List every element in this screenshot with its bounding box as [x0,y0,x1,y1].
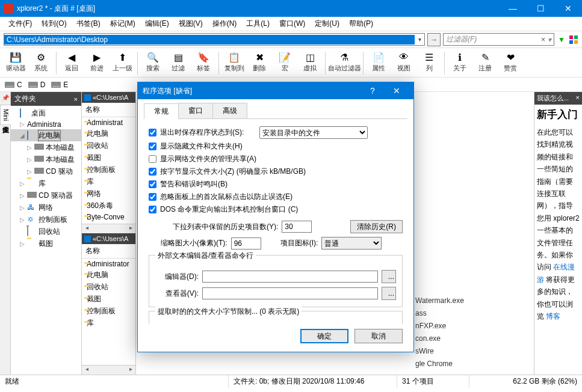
menu-item[interactable]: 视图(V) [174,17,208,30]
file-item[interactable]: con.exe [415,332,464,345]
pane1-tab[interactable]: «C:\Users\A [82,92,135,103]
tree-item[interactable]: ▷本地磁盘 [11,153,81,165]
help-link-blog[interactable]: 博客 [546,312,560,320]
file-list-2[interactable]: Administrator此电脑回收站截图控制面板库 [82,259,135,365]
dialog-tab[interactable]: 高级 [212,103,247,118]
toolbar-button[interactable]: ✖删除 [247,51,271,74]
expand-icon[interactable]: ◢ [19,132,25,139]
scrollbar-2[interactable]: ◂▸ [82,365,135,375]
history-count-input[interactable] [282,221,312,233]
close-button[interactable]: ✕ [554,0,582,17]
editor-browse-button[interactable]: ... [382,270,396,283]
clear-history-button[interactable]: 清除历史(R) [350,220,403,233]
toolbar-button[interactable]: 📝宏 [273,51,297,74]
address-input[interactable]: C:\Users\Administrator\Desktop ▾ [4,33,425,46]
help-close-icon[interactable]: × [576,94,580,103]
save-location-select[interactable]: 安装目录中的文件 [259,126,368,139]
expand-icon[interactable]: ▷ [26,144,33,151]
toolbar-button[interactable]: ✎注册 [473,51,497,74]
menu-item[interactable]: 编辑(E) [140,17,174,30]
toolbar-button[interactable]: ▤过滤 [166,51,190,74]
expand-icon[interactable]: ▷ [26,156,33,163]
dialog-close-button[interactable]: ✕ [385,86,409,96]
expand-icon[interactable]: ▷ [19,180,25,187]
toolbar-button[interactable]: ◀返回 [60,51,84,74]
dialog-tab[interactable]: 窗口 [178,103,213,118]
tree-item[interactable]: ▷本地磁盘 [11,141,81,153]
filter-input[interactable]: 过滤器(F) × ▾ [443,33,554,46]
list-item[interactable]: 控制面板 [82,164,135,176]
file-item[interactable]: sWire [415,345,464,358]
expand-icon[interactable]: ▷ [19,192,25,199]
list-item[interactable]: 此电脑 [82,127,135,139]
option-checkbox[interactable] [149,155,156,163]
list-item[interactable]: 截图 [82,152,135,164]
pin-icon[interactable]: 📌 [2,94,9,101]
toolbar-button[interactable]: ⚗自动过滤器 [329,51,360,74]
menu-item[interactable]: 标记(M) [105,17,140,30]
filter-clear-icon[interactable]: × [541,35,545,44]
menu-item[interactable]: 书签(B) [72,17,105,30]
toolbar-button[interactable]: ⚙系统 [29,51,53,74]
address-dropdown-icon[interactable]: ▾ [415,36,424,43]
option-checkbox[interactable] [149,206,156,213]
tree-item[interactable]: 回收站 [11,225,81,237]
folder-tree[interactable]: 桌面▷Administra◢此电脑▷本地磁盘▷本地磁盘▷CD 驱动▷库▷CD 驱… [11,106,81,375]
tree-item[interactable]: ▷截图 [11,237,81,250]
viewer-browse-button[interactable]: ... [382,287,396,300]
toolbar-button[interactable]: ☰列 [417,51,441,74]
option-checkbox[interactable] [149,180,156,188]
scrollbar-1[interactable]: ◂▸ [82,224,135,233]
column-header-name[interactable]: 名称 [82,103,135,117]
list-item[interactable]: Administrator [82,259,135,269]
list-item[interactable]: 回收站 [82,281,135,293]
option-checkbox[interactable] [149,142,156,150]
menu-item[interactable]: 帮助(P) [344,17,378,30]
ok-button[interactable]: 确定 [300,329,348,343]
file-item[interactable]: nFXP.exe [415,320,464,332]
file-item[interactable]: ass [415,307,464,320]
cancel-button[interactable]: 取消 [354,329,403,343]
tree-item[interactable]: ◢此电脑 [11,129,81,141]
toolbar-button[interactable]: ▶前进 [85,51,109,74]
toolbar-button[interactable]: ℹ关于 [448,51,472,74]
list-item[interactable]: 控制面板 [82,305,135,317]
menu-item[interactable]: 操作(N) [208,17,242,30]
toolbar-button[interactable]: ❤赞赏 [498,51,522,74]
list-item[interactable]: 此电脑 [82,269,135,281]
thumb-size-input[interactable] [231,237,261,250]
tree-item[interactable]: ▷🖧网络 [11,201,81,213]
toolbar-button[interactable]: 🔍搜索 [141,51,165,74]
color-grid-icon[interactable] [569,35,578,44]
option-checkbox[interactable] [149,168,156,176]
funnel-icon[interactable]: ▼ [557,35,566,44]
toolbar-button[interactable]: 📄属性 [367,51,391,74]
list-item[interactable]: 库 [82,317,135,329]
list-item[interactable]: Byte-Conve [82,212,135,222]
menu-item[interactable]: 定制(U) [310,17,344,30]
viewer-input[interactable] [202,287,378,299]
address-path[interactable]: C:\Users\Administrator\Desktop [4,35,415,44]
expand-icon[interactable]: ▷ [19,121,25,127]
column-header-name-2[interactable]: 名称 [82,244,135,259]
menu-item[interactable]: 工具(L) [241,17,274,30]
minimize-button[interactable]: — [499,0,527,17]
tree-item[interactable]: ▷CD 驱动 [11,165,81,177]
list-item[interactable]: Administrat [82,117,135,127]
option-checkbox[interactable] [149,129,156,136]
dialog-help-button[interactable]: ? [361,86,385,96]
dialog-tab[interactable]: 常规 [144,103,179,119]
menu-item[interactable]: 窗口(W) [274,17,310,30]
tree-item[interactable]: ▷CD 驱动器 [11,189,81,201]
expand-icon[interactable]: ▷ [26,168,33,175]
toolbar-button[interactable]: ⬆上一级 [110,51,134,74]
toolbar-button[interactable]: 👁视图 [392,51,416,74]
item-icon-select[interactable]: 普通 [321,237,382,250]
drive-item[interactable]: D [28,81,46,89]
pane2-tab[interactable]: «C:\Users\A [82,233,135,244]
maximize-button[interactable]: ☐ [527,0,554,17]
filter-dropdown-icon[interactable]: ▾ [548,35,551,44]
file-list-1[interactable]: Administrat此电脑回收站截图控制面板库网络360杀毒Byte-Conv… [82,117,135,224]
tree-item[interactable]: ▷Administra [11,119,81,129]
tree-close-icon[interactable]: × [74,96,78,103]
